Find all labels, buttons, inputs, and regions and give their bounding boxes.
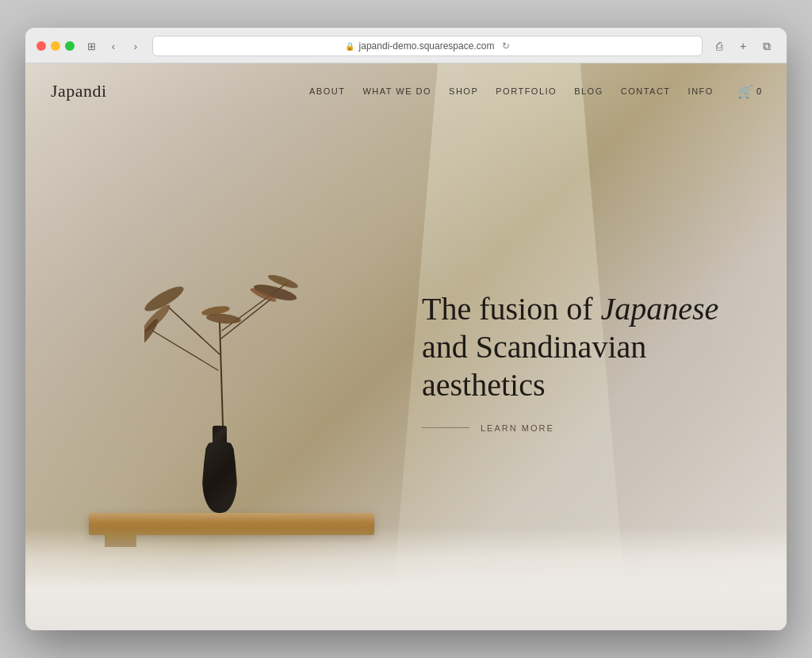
learn-more-label: LEARN MORE — [481, 423, 554, 433]
back-button[interactable]: ‹ — [105, 37, 122, 55]
hero-headline: The fusion of Japanese and Scandinavian … — [422, 290, 739, 404]
minimize-button[interactable] — [51, 41, 60, 51]
browser-controls: ⊞ ‹ › — [82, 37, 144, 55]
sidebar-toggle-button[interactable]: ⊞ — [82, 37, 100, 55]
new-tab-button[interactable]: + — [734, 37, 752, 55]
fullscreen-button[interactable] — [65, 41, 75, 51]
cart-button[interactable]: 🛒 0 — [737, 84, 761, 99]
tab-overview-button[interactable]: ⧉ — [758, 37, 776, 55]
nav-info[interactable]: INFO — [688, 86, 714, 96]
nav-about[interactable]: ABOUT — [309, 86, 345, 96]
browser-actions: ⎙ + ⧉ — [710, 37, 776, 55]
bedding-area — [25, 527, 787, 630]
cart-count: 0 — [756, 86, 761, 96]
svg-line-3 — [152, 331, 218, 370]
headline-part2: and Scandinavian aesthetics — [422, 329, 646, 403]
vase-decoration — [200, 426, 239, 513]
headline-part1: The fusion of — [422, 291, 601, 327]
hero-text-block: The fusion of Japanese and Scandinavian … — [422, 290, 739, 433]
nav-portfolio[interactable]: PORTFOLIO — [496, 86, 557, 96]
forward-button[interactable]: › — [127, 37, 144, 55]
learn-more-line — [422, 427, 469, 428]
headline-italic: Japanese — [601, 291, 719, 327]
learn-more-button[interactable]: LEARN MORE — [422, 423, 739, 433]
close-button[interactable] — [36, 41, 46, 51]
refresh-icon[interactable]: ↻ — [502, 40, 510, 52]
nav-contact[interactable]: CONTACT — [621, 86, 671, 96]
traffic-lights — [36, 41, 75, 51]
nav-blog[interactable]: BLOG — [574, 86, 603, 96]
nav-shop[interactable]: SHOP — [449, 86, 478, 96]
share-button[interactable]: ⎙ — [710, 37, 728, 55]
address-bar[interactable]: 🔒 japandi-demo.squarespace.com ↻ — [152, 36, 703, 56]
site-logo[interactable]: Japandi — [51, 81, 107, 101]
browser-frame: ⊞ ‹ › 🔒 japandi-demo.squarespace.com ↻ ⎙… — [25, 28, 787, 630]
website-content: Japandi ABOUT WHAT WE DO SHOP PORTFOLIO … — [25, 63, 787, 630]
nav-links: ABOUT WHAT WE DO SHOP PORTFOLIO BLOG CON… — [309, 84, 761, 99]
plant-decoration — [144, 275, 303, 450]
url-text: japandi-demo.squarespace.com — [359, 40, 495, 52]
lock-icon: 🔒 — [345, 42, 354, 51]
browser-chrome: ⊞ ‹ › 🔒 japandi-demo.squarespace.com ↻ ⎙… — [25, 28, 787, 63]
nav-what-we-do[interactable]: WHAT WE DO — [362, 86, 431, 96]
cart-icon: 🛒 — [737, 84, 753, 99]
site-navigation: Japandi ABOUT WHAT WE DO SHOP PORTFOLIO … — [25, 63, 787, 119]
shelf-scene — [73, 377, 374, 535]
